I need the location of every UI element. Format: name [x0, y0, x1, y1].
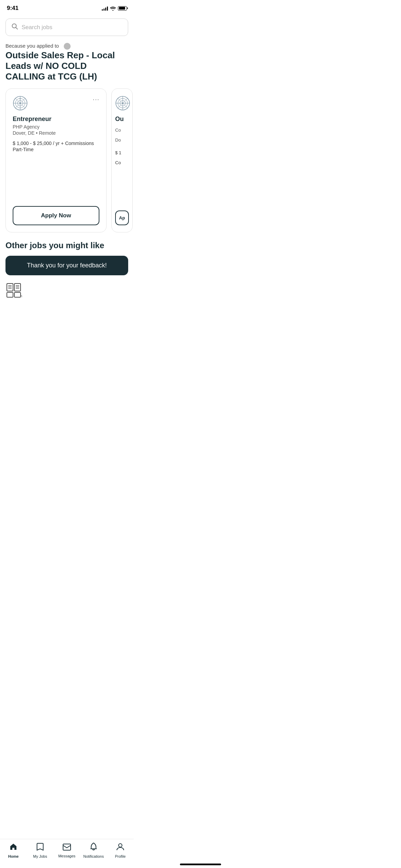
svg-point-18: [122, 103, 123, 104]
svg-rect-21: [7, 292, 13, 297]
svg-rect-20: [14, 284, 21, 291]
small-job-icon: n: [5, 281, 23, 299]
card-header: N ···: [13, 96, 99, 111]
section-title: Outside Sales Rep - Local Leads w/ NO CO…: [5, 50, 128, 82]
job-salary: $ 1,000 - $ 25,000 / yr + Commissions: [13, 141, 99, 146]
partial-title: Ou: [115, 116, 129, 123]
more-options-button[interactable]: ···: [93, 96, 99, 103]
svg-rect-22: [14, 292, 21, 297]
partial-location: Do: [115, 137, 129, 143]
main-content: Search jobs Because you applied to Outsi…: [0, 14, 134, 232]
status-time: 9:41: [7, 5, 19, 12]
apply-now-button[interactable]: Apply Now: [13, 206, 99, 225]
section-header: Because you applied to Outside Sales Rep…: [5, 43, 128, 82]
job-location: Dover, DE • Remote: [13, 130, 99, 136]
partial-company: Co: [115, 128, 129, 133]
job-title: Entrepreneur: [13, 116, 99, 123]
job-company: PHP Agency: [13, 124, 99, 130]
drag-dot: [64, 43, 71, 50]
search-icon: [11, 23, 18, 32]
svg-rect-19: [7, 284, 13, 291]
battery-icon: [118, 6, 127, 11]
partial-salary: $ 1: [115, 150, 129, 155]
svg-text:n: n: [20, 294, 22, 298]
company-logo: N: [13, 96, 28, 111]
status-bar: 9:41: [0, 0, 134, 14]
svg-text:N: N: [20, 98, 21, 100]
feedback-message: Thank you for your feedback!: [27, 262, 107, 269]
wifi-icon: [110, 6, 116, 11]
job-card-partial: Ou Co Do $ 1 Co Ap: [111, 88, 133, 232]
partial-type: Co: [115, 160, 129, 165]
svg-point-9: [20, 103, 21, 104]
search-placeholder: Search jobs: [22, 24, 52, 31]
svg-point-0: [12, 24, 16, 28]
job-card-main: N ··· Entrepreneur PHP Agency Dover, DE …: [5, 88, 107, 232]
search-bar[interactable]: Search jobs: [5, 19, 128, 36]
partial-company-logo: [115, 96, 130, 111]
partial-apply-button[interactable]: Ap: [115, 210, 129, 225]
other-jobs-title: Other jobs you might like: [5, 241, 128, 250]
job-type: Part-Time: [13, 147, 99, 152]
other-jobs-section: Other jobs you might like Thank you for …: [0, 232, 134, 299]
feedback-toast: Thank you for your feedback!: [5, 256, 128, 275]
signal-icon: [102, 6, 108, 11]
cards-row: N ··· Entrepreneur PHP Agency Dover, DE …: [0, 88, 134, 232]
status-icons: [102, 6, 127, 11]
svg-line-1: [16, 28, 18, 29]
